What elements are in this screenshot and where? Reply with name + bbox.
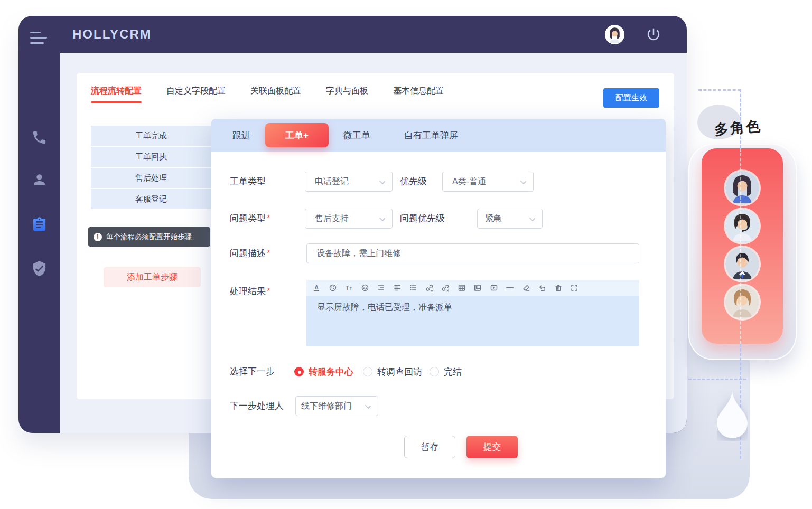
- tab-custom-field-config[interactable]: 自定义字段配置: [166, 86, 226, 103]
- modal-tab-ticket-active[interactable]: 工单+: [265, 123, 329, 147]
- eraser-icon[interactable]: [522, 284, 530, 292]
- radio-icon: [294, 367, 304, 376]
- modal-tab-follow-up[interactable]: 跟进: [232, 129, 250, 142]
- result-label: 处理结果*: [230, 281, 270, 301]
- exclamation-circle-icon: !: [94, 233, 102, 241]
- priority-value: A类-普通: [452, 176, 486, 187]
- modal-tab-own-ticket-popup[interactable]: 自有工单弹屏: [404, 129, 458, 142]
- table-icon[interactable]: [458, 284, 466, 292]
- tab-basic-info-config[interactable]: 基本信息配置: [393, 86, 444, 103]
- droplet-shape: [717, 391, 748, 443]
- remove-link-icon[interactable]: [441, 284, 450, 292]
- editor-toolbar: ATT: [306, 280, 639, 296]
- issue-type-label: 问题类型*: [230, 209, 270, 229]
- indent-icon[interactable]: [377, 284, 385, 292]
- svg-text:A: A: [314, 285, 318, 290]
- horizontal-rule-icon[interactable]: [506, 284, 514, 292]
- tab-process-flow-config[interactable]: 流程流转配置: [91, 86, 142, 103]
- clipboard-icon[interactable]: [31, 216, 48, 233]
- video-icon[interactable]: [490, 284, 498, 292]
- radio-transfer-service-center[interactable]: 转服务中心: [294, 366, 353, 378]
- chevron-down-icon: [529, 215, 535, 221]
- list-item-aftersales[interactable]: 售后处理: [91, 168, 211, 188]
- issue-priority-label: 问题优先级: [400, 209, 445, 229]
- nav-tabs: 流程流转配置 自定义字段配置 关联面板配置 字典与面板 基本信息配置: [91, 86, 444, 103]
- radio-finish[interactable]: 完结: [430, 366, 462, 378]
- power-icon[interactable]: [646, 26, 661, 42]
- issue-desc-label: 问题描述*: [230, 243, 270, 263]
- user-icon[interactable]: [31, 172, 48, 188]
- next-handler-value: 线下维修部门: [301, 401, 352, 412]
- next-handler-select[interactable]: 线下维修部门: [295, 396, 378, 416]
- add-step-button[interactable]: 添加工单步骤: [104, 267, 201, 287]
- issue-type-select[interactable]: 售后支持: [305, 209, 393, 229]
- image-icon[interactable]: [473, 284, 482, 292]
- avatar-illustration: [605, 25, 624, 44]
- shield-check-icon[interactable]: [31, 260, 48, 277]
- ticket-type-value: 电话登记: [315, 176, 349, 187]
- list-item-ticket-complete[interactable]: 工单完成: [91, 126, 211, 146]
- workflow-step-list: 工单完成 工单回执 售后处理 客服登记: [91, 126, 211, 210]
- save-draft-button[interactable]: 暂存: [404, 436, 455, 458]
- list-item-service-register[interactable]: 客服登记: [91, 189, 211, 209]
- radio-icon: [430, 367, 439, 376]
- priority-select[interactable]: A类-普通: [442, 172, 534, 192]
- male-manager-avatar: [725, 247, 759, 281]
- priority-label: 优先级: [400, 172, 427, 192]
- tab-linked-panel-config[interactable]: 关联面板配置: [250, 86, 301, 103]
- issue-type-value: 售后支持: [315, 213, 349, 224]
- apply-config-button[interactable]: 配置生效: [603, 88, 659, 108]
- issue-priority-select[interactable]: 紧急: [477, 209, 543, 229]
- submit-button[interactable]: 提交: [466, 436, 518, 458]
- unordered-list-icon[interactable]: [409, 284, 417, 292]
- ticket-type-select[interactable]: 电话登记: [305, 172, 393, 192]
- insert-link-icon[interactable]: [425, 284, 434, 292]
- fullscreen-icon[interactable]: [570, 284, 578, 292]
- dashed-line-horizontal-top: [698, 89, 741, 91]
- modal-tabbar: 跟进 工单+ 微工单 自有工单弹屏: [211, 119, 666, 152]
- delete-icon[interactable]: [554, 284, 563, 292]
- svg-text:T: T: [346, 285, 349, 291]
- ticket-modal: 跟进 工单+ 微工单 自有工单弹屏 工单类型 电话登记 优先级 A类-普通 问题…: [211, 119, 666, 478]
- text-size-icon[interactable]: TT: [344, 284, 353, 292]
- user-avatar[interactable]: [605, 25, 624, 44]
- chevron-down-icon: [379, 215, 385, 221]
- next-handler-label: 下一步处理人: [230, 396, 284, 416]
- issue-desc-value: 设备故障，需上门维修: [316, 248, 401, 259]
- hint-text: 每个流程必须配置开始步骤: [106, 232, 192, 242]
- list-item-ticket-receipt[interactable]: 工单回执: [91, 147, 211, 167]
- next-step-label: 选择下一步: [230, 362, 275, 382]
- menu-icon[interactable]: [30, 32, 48, 48]
- issue-priority-value: 紧急: [485, 213, 502, 224]
- dashed-line-vertical-overlay: [740, 148, 741, 344]
- female-agent-avatar: [725, 171, 759, 205]
- ticket-type-label: 工单类型: [230, 172, 266, 192]
- chevron-down-icon: [379, 178, 385, 184]
- radio-icon: [363, 367, 372, 376]
- undo-icon[interactable]: [538, 284, 546, 292]
- app-title: HOLLYCRM: [72, 27, 152, 42]
- radio-transfer-survey-callback[interactable]: 转调查回访: [363, 366, 422, 378]
- headset-agent-avatar: [725, 209, 759, 243]
- tab-dictionary-panel[interactable]: 字典与面板: [326, 86, 368, 103]
- issue-desc-input[interactable]: 设备故障，需上门维修: [306, 243, 639, 263]
- align-left-icon[interactable]: [393, 284, 402, 292]
- roles-annotation-label: 多角色: [714, 116, 763, 139]
- chevron-down-icon: [520, 178, 526, 184]
- rich-text-editor: ATT 显示屏故障，电话已受理，准备派单: [306, 280, 639, 346]
- female-customer-avatar: [725, 285, 759, 319]
- phone-icon[interactable]: [31, 129, 48, 146]
- modal-tab-micro-ticket[interactable]: 微工单: [343, 129, 370, 142]
- editor-content[interactable]: 显示屏故障，电话已受理，准备派单: [306, 296, 639, 346]
- hint-tooltip: ! 每个流程必须配置开始步骤: [88, 227, 210, 247]
- roles-panel: [702, 148, 783, 344]
- chevron-down-icon: [365, 403, 371, 409]
- dashed-line-horizontal-bottom: [688, 379, 746, 380]
- emoji-icon[interactable]: [361, 284, 369, 292]
- color-palette-icon[interactable]: [329, 284, 337, 292]
- svg-text:T: T: [350, 287, 352, 290]
- font-style-icon[interactable]: A: [312, 284, 321, 292]
